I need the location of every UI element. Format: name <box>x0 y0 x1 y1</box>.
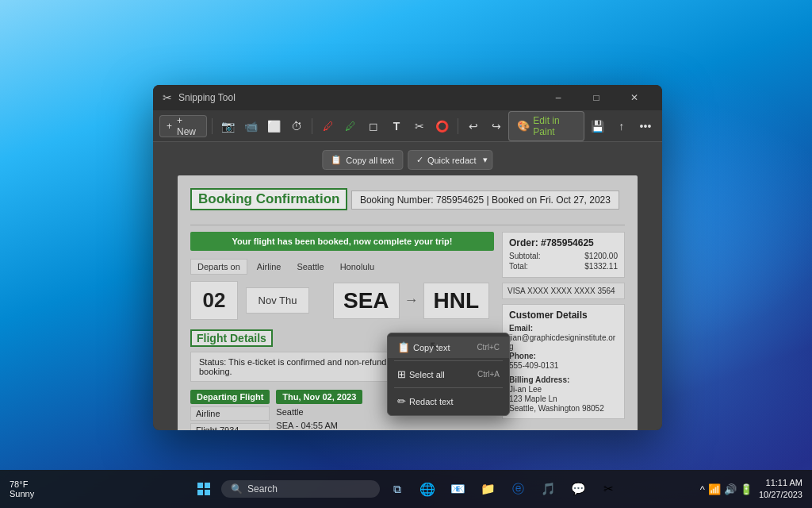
volume-icon[interactable]: 🔊 <box>724 483 737 495</box>
flight-details-title: Flight Details <box>190 329 273 347</box>
window-controls: – □ ✕ <box>540 85 653 110</box>
separator-2 <box>312 118 312 134</box>
customer-box: Customer Details Email: jian@graphicdesi… <box>502 304 625 419</box>
shapes-btn[interactable]: ⭕ <box>431 115 453 137</box>
content-toolbar: 📋 Copy all text ✓ Quick redact ▾ <box>322 150 492 170</box>
taskbar-search[interactable]: 🔍 Search <box>221 480 380 498</box>
chevron-up-icon[interactable]: ^ <box>700 483 705 495</box>
weather-condition: Sunny <box>10 489 34 498</box>
marker-green-btn[interactable]: 🖊 <box>340 115 362 137</box>
email-row: Email: <box>509 324 618 333</box>
minimize-button[interactable]: – <box>540 85 576 110</box>
copy-all-text-button[interactable]: 📋 Copy all text <box>322 150 403 170</box>
weather-info: 78°F Sunny <box>10 479 34 498</box>
clock-date: 10/27/2023 <box>759 489 802 501</box>
ctx-sep-2 <box>394 387 503 388</box>
task-view-button[interactable]: ⧉ <box>385 476 410 502</box>
window-title: Snipping Tool <box>178 92 236 103</box>
ctx-select-all[interactable]: ⊞ Select all Ctrl+A <box>388 364 509 385</box>
edit-in-paint-button[interactable]: 🎨 Edit in Paint <box>508 111 584 141</box>
origin-code: SEA <box>333 283 400 319</box>
copy-shortcut: Ctrl+C <box>477 343 500 352</box>
crop-tool-btn[interactable]: ✂ <box>408 115 430 137</box>
save-btn[interactable]: 💾 <box>588 115 608 137</box>
crop-icon-btn[interactable]: ⬜ <box>263 115 285 137</box>
toolbar: + + New 📷 📹 ⬜ ⏱ 🖊 🖊 ◻ T ✂ ⭕ ↩ ↪ 🎨 Edit i… <box>153 110 662 142</box>
new-button[interactable]: + + New <box>159 115 207 137</box>
departing-flight-label: Departing Flight <box>190 390 270 404</box>
start-button[interactable] <box>191 476 216 502</box>
subtotal-row: Subtotal: $1200.00 <box>509 252 618 260</box>
clock-time: 11:11 AM <box>759 477 802 489</box>
search-icon: 🔍 <box>231 483 243 495</box>
titlebar: ✂ Snipping Tool – □ ✕ <box>153 85 662 110</box>
total-value: $1332.11 <box>584 262 618 271</box>
chevron-down-icon: ▾ <box>483 155 488 165</box>
taskbar-right: ^ 📶 🔊 🔋 11:11 AM 10/27/2023 <box>700 477 802 502</box>
text-btn[interactable]: T <box>386 115 408 137</box>
total-row: Total: $1332.11 <box>509 262 618 271</box>
temperature: 78°F <box>10 479 28 489</box>
seattle-col: Seattle <box>297 262 324 271</box>
date-month-day-box: Nov Thu <box>246 287 309 314</box>
email-value: jian@graphicdesigninstitute.org <box>509 333 618 351</box>
redact-icon: ✏ <box>397 395 406 407</box>
ctx-sep-1 <box>394 360 503 361</box>
booking-number-value: 785954625 <box>436 194 484 206</box>
undo-btn[interactable]: ↩ <box>463 115 485 137</box>
battery-icon[interactable]: 🔋 <box>740 483 753 495</box>
marker-red-btn[interactable]: 🖊 <box>317 115 339 137</box>
subtotal-value: $1200.00 <box>584 252 618 260</box>
booking-number-bar: Booking Number: 785954625 | Booked on Fr… <box>351 190 619 210</box>
svg-rect-2 <box>197 490 203 495</box>
ctx-copy-text[interactable]: 📋 Copy text Ctrl+C <box>388 337 509 358</box>
maximize-button[interactable]: □ <box>578 85 615 110</box>
eraser-btn[interactable]: ◻ <box>363 115 385 137</box>
svg-rect-3 <box>205 490 210 495</box>
taskbar-clock[interactable]: 11:11 AM 10/27/2023 <box>759 477 802 502</box>
app-icon: ✂ <box>163 91 172 104</box>
order-number: Order: #785954625 <box>509 237 618 248</box>
departure-date: Thu, Nov 02, 2023 <box>276 390 362 404</box>
snipping-taskbar-icon[interactable]: ✂ <box>596 476 621 502</box>
billing-address2: Seattle, Washington 98052 <box>509 404 618 413</box>
quick-redact-button[interactable]: ✓ Quick redact ▾ <box>408 150 493 170</box>
sys-icons: ^ 📶 🔊 🔋 <box>700 483 753 495</box>
ctx-redact-text[interactable]: ✏ Redact text <box>388 391 509 412</box>
redo-btn[interactable]: ↪ <box>486 115 508 137</box>
dest-code: HNL <box>423 283 490 319</box>
flight-number-field: Flight 7934 <box>190 423 270 430</box>
subtotal-label: Subtotal: <box>509 252 540 260</box>
timer-icon-btn[interactable]: ⏱ <box>286 115 308 137</box>
folder-icon[interactable]: 📁 <box>475 476 500 502</box>
right-panel: Order: #785954625 Subtotal: $1200.00 Tot… <box>502 232 625 430</box>
camera-icon-btn[interactable]: 📷 <box>217 115 239 137</box>
route-arrow: → <box>404 292 419 309</box>
mail-icon[interactable]: 📧 <box>445 476 470 502</box>
edge-icon[interactable]: ⓔ <box>505 476 530 502</box>
card-info: VISA XXXX XXXX XXXX 3564 <box>502 283 625 299</box>
billing-name: Ji-an Lee <box>509 385 618 394</box>
route-codes: SEA → HNL <box>333 283 489 319</box>
total-label: Total: <box>509 262 528 271</box>
media-icon[interactable]: 🎵 <box>535 476 561 502</box>
svg-rect-1 <box>205 483 210 488</box>
billing-address1: 123 Maple Ln <box>509 394 618 403</box>
video-icon-btn[interactable]: 📹 <box>240 115 262 137</box>
separator-1 <box>212 118 213 134</box>
teams-icon[interactable]: 💬 <box>565 476 591 502</box>
copy-icon: 📋 <box>397 341 410 353</box>
svg-rect-0 <box>197 483 203 488</box>
more-btn[interactable]: ••• <box>635 115 656 137</box>
taskbar-center: 🔍 Search ⧉ 🌐 📧 📁 ⓔ 🎵 💬 ✂ <box>191 476 621 502</box>
close-button[interactable]: ✕ <box>616 85 653 110</box>
separator-3 <box>458 118 458 134</box>
departure-city: Seattle <box>276 406 362 418</box>
content-area: 📋 Copy all text ✓ Quick redact ▾ Booking… <box>153 142 662 430</box>
booking-number-label: Booking Number: <box>360 194 434 206</box>
share-btn[interactable]: ↑ <box>611 115 632 137</box>
mouse-cursor: ↖ <box>429 338 439 352</box>
network-icon[interactable]: 📶 <box>708 483 721 495</box>
browser-icon[interactable]: 🌐 <box>415 476 440 502</box>
phone-row: Phone: <box>509 352 618 360</box>
